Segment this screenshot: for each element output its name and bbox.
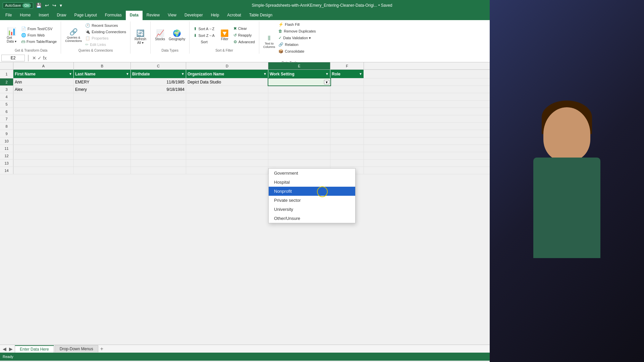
cell-5F[interactable] xyxy=(330,101,364,108)
cell-11C[interactable] xyxy=(131,145,186,152)
cell-9C[interactable] xyxy=(131,130,186,137)
cell-12E[interactable] xyxy=(268,152,330,159)
cell-6D[interactable] xyxy=(186,108,268,115)
cell-12A[interactable] xyxy=(13,152,74,159)
cell-12B[interactable] xyxy=(74,152,131,159)
cell-7F[interactable] xyxy=(330,115,364,122)
cell-3A[interactable]: Alex xyxy=(13,86,74,93)
cell-6F[interactable] xyxy=(330,108,364,115)
stocks-button[interactable]: 📈 Stocks xyxy=(153,28,167,42)
insert-function-icon[interactable]: fx xyxy=(43,55,47,61)
cell-9E[interactable] xyxy=(268,130,330,137)
undo-icon[interactable]: ↩ xyxy=(44,2,50,9)
cell-5C[interactable] xyxy=(131,101,186,108)
cell-9D[interactable] xyxy=(186,130,268,137)
tab-file[interactable]: File xyxy=(1,11,16,20)
get-data-button[interactable]: 📊 GetData ▾ xyxy=(4,26,19,45)
geography-button[interactable]: 🌍 Geography xyxy=(167,28,186,42)
tab-acrobat[interactable]: Acrobat xyxy=(223,11,245,20)
cell-12C[interactable] xyxy=(131,152,186,159)
consolidate-button[interactable]: 📦 Consolidate xyxy=(277,48,317,54)
tab-developer[interactable]: Developer xyxy=(180,11,207,20)
existing-connections-button[interactable]: 🔌 Existing Connections xyxy=(84,29,127,35)
cell-10C[interactable] xyxy=(131,137,186,144)
sheet-nav-right[interactable]: ▶ xyxy=(8,346,14,352)
cell-10B[interactable] xyxy=(74,137,131,144)
cell-11B[interactable] xyxy=(74,145,131,152)
cell-2A[interactable]: Ann xyxy=(13,78,74,85)
tab-insert[interactable]: Insert xyxy=(35,11,53,20)
customize-icon[interactable]: ▾ xyxy=(59,2,63,9)
cell-9B[interactable] xyxy=(74,130,131,137)
tab-draw[interactable]: Draw xyxy=(53,11,70,20)
col-header-D[interactable]: D xyxy=(186,62,268,69)
data-validation-button[interactable]: ✓ Data Validation ▾ xyxy=(277,35,317,41)
dropdown-trigger[interactable]: ▼ xyxy=(324,80,329,84)
save-icon[interactable]: 💾 xyxy=(35,2,42,9)
tab-data[interactable]: Data xyxy=(126,11,143,20)
edit-links-button[interactable]: ✏ Edit Links xyxy=(84,42,127,48)
cell-14B[interactable] xyxy=(74,167,131,174)
col-header-F[interactable]: F xyxy=(330,62,364,69)
cell-6A[interactable] xyxy=(13,108,74,115)
cell-7D[interactable] xyxy=(186,115,268,122)
cell-2B[interactable]: EMERY xyxy=(74,78,131,85)
cell-6B[interactable] xyxy=(74,108,131,115)
dropdown-item-other[interactable]: Other/Unsure xyxy=(269,214,355,223)
cell-8F[interactable] xyxy=(330,123,364,130)
cell-11E[interactable] xyxy=(268,145,330,152)
queries-connections-button[interactable]: 🔗 Queries &Connections xyxy=(64,27,83,43)
cell-6C[interactable] xyxy=(131,108,186,115)
cell-7C[interactable] xyxy=(131,115,186,122)
redo-icon[interactable]: ↪ xyxy=(52,2,57,9)
work-setting-dropdown[interactable]: Government Hospital Nonprofit Private se… xyxy=(268,168,356,223)
cell-4D[interactable] xyxy=(186,93,268,100)
advanced-button[interactable]: ⚙ Advanced xyxy=(232,39,256,45)
sort-za-button[interactable]: ⬇ Sort Z→A xyxy=(192,33,216,39)
dropdown-item-government[interactable]: Government xyxy=(269,169,355,178)
reapply-button[interactable]: ↺ Reapply xyxy=(232,32,256,38)
add-sheet-button[interactable]: + xyxy=(98,346,105,352)
cell-13D[interactable] xyxy=(186,160,268,167)
cell-8A[interactable] xyxy=(13,123,74,130)
cell-14D[interactable] xyxy=(186,167,268,174)
cell-11F[interactable] xyxy=(330,145,364,152)
cell-8D[interactable] xyxy=(186,123,268,130)
cell-4A[interactable] xyxy=(13,93,74,100)
cell-10D[interactable] xyxy=(186,137,268,144)
dropdown-item-hospital[interactable]: Hospital xyxy=(269,178,355,187)
cell-12F[interactable] xyxy=(330,152,364,159)
remove-duplicates-button[interactable]: 🗑 Remove Duplicates xyxy=(277,28,317,34)
refresh-all-button[interactable]: 🔄 RefreshAll ▾ xyxy=(133,28,148,45)
autosave-toggle[interactable]: On xyxy=(22,3,31,8)
tab-review[interactable]: Review xyxy=(143,11,164,20)
cell-5A[interactable] xyxy=(13,101,74,108)
autosave-badge[interactable]: AutoSave On xyxy=(3,2,33,9)
dropdown-item-nonprofit[interactable]: Nonprofit xyxy=(269,187,355,196)
filter-arrow-F[interactable]: ▼ xyxy=(359,72,362,76)
cell-5B[interactable] xyxy=(74,101,131,108)
cell-13C[interactable] xyxy=(131,160,186,167)
filter-arrow-E[interactable]: ▼ xyxy=(325,72,329,76)
cell-3B[interactable]: Emery xyxy=(74,86,131,93)
text-to-columns-button[interactable]: ⫴ Text toColumns xyxy=(262,34,277,49)
sheet-nav-left[interactable]: ◀ xyxy=(1,346,8,352)
from-text-csv-button[interactable]: 📄 From Text/CSV xyxy=(20,26,58,32)
cell-14C[interactable] xyxy=(131,167,186,174)
sheet-tab-dropdown-menus[interactable]: Drop-Down Menus xyxy=(55,345,98,352)
cell-8B[interactable] xyxy=(74,123,131,130)
cell-13B[interactable] xyxy=(74,160,131,167)
cancel-formula-icon[interactable]: ✕ xyxy=(32,55,36,61)
cell-5D[interactable] xyxy=(186,101,268,108)
tab-view[interactable]: View xyxy=(164,11,180,20)
header-cell-worksetting[interactable]: Work Setting ▼ xyxy=(268,70,330,78)
cell-11A[interactable] xyxy=(13,145,74,152)
filter-button[interactable]: 🔽 Filter xyxy=(218,28,231,42)
cell-10F[interactable] xyxy=(330,137,364,144)
cell-2D[interactable]: Depict Data Studio xyxy=(186,78,268,85)
from-table-button[interactable]: 🗃 From Table/Range xyxy=(20,39,58,45)
cell-2C[interactable]: 11/8/1985 xyxy=(131,78,186,85)
cell-7E[interactable] xyxy=(268,115,330,122)
filter-arrow-A[interactable]: ▼ xyxy=(69,72,72,76)
cell-4F[interactable] xyxy=(330,93,364,100)
